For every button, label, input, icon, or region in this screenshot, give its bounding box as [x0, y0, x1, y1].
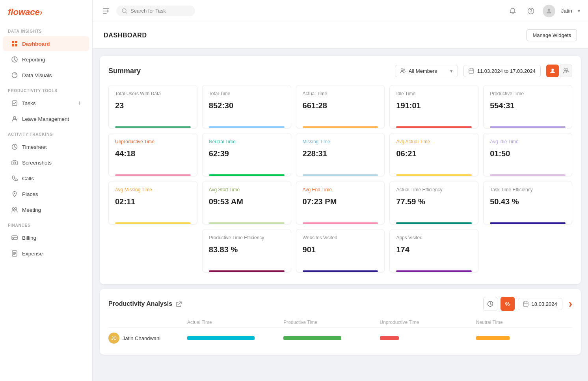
- help-button[interactable]: [525, 5, 537, 17]
- metric-bar: [303, 270, 378, 272]
- user-cell: JC Jatin Chandwani: [108, 333, 187, 344]
- metric-label: Avg Start Time: [209, 187, 285, 192]
- sidebar-collapse-button[interactable]: [100, 6, 112, 17]
- svg-point-25: [564, 69, 566, 71]
- metric-label: Actual Time Efficiency: [396, 187, 472, 192]
- section-label-data-insights: DATA INSIGHTS: [0, 24, 92, 36]
- manage-widgets-button[interactable]: Manage Widgets: [527, 29, 577, 41]
- metric-label: Productive Time: [490, 91, 566, 96]
- metric-value: 44:18: [115, 149, 191, 170]
- pie-chart-icon: [11, 72, 18, 79]
- search-icon: [122, 8, 127, 14]
- metric-task-time-efficiency: Task Time Efficiency 50.43 %: [483, 181, 572, 224]
- metrics-row-4: Productive Time Efficiency 83.83 % Websi…: [108, 229, 572, 272]
- metrics-row-2: Unproductive Time 44:18 Neutral Time 62:…: [108, 133, 572, 176]
- svg-point-11: [14, 193, 15, 194]
- metric-bar: [115, 126, 191, 128]
- members-filter-dropdown[interactable]: All Members ▾: [395, 65, 458, 77]
- svg-rect-3: [15, 44, 17, 46]
- metric-label: Actual Time: [303, 91, 378, 96]
- external-link-icon[interactable]: [176, 301, 182, 307]
- metric-value: 09:53 AM: [209, 197, 285, 218]
- metric-total-users: Total Users With Data 23: [108, 85, 197, 128]
- search-input[interactable]: [130, 8, 186, 14]
- section-label-productivity-tools: PRODUCTIVITY TOOLS: [0, 83, 92, 95]
- metric-bar: [490, 222, 566, 224]
- camera-icon: [11, 159, 18, 166]
- metric-label: Apps Visited: [396, 235, 472, 240]
- calendar-icon: [523, 301, 528, 307]
- single-user-filter-button[interactable]: [546, 65, 559, 77]
- user-avatar: [543, 5, 555, 17]
- col-header-user: [108, 320, 187, 325]
- metric-bar: [396, 222, 472, 224]
- help-icon: [527, 7, 534, 15]
- meeting-icon: [11, 206, 18, 213]
- metric-avg-end-time: Avg End Time 07:23 PM: [296, 181, 385, 224]
- summary-title: Summary: [108, 67, 389, 75]
- bell-icon: [509, 7, 516, 15]
- svg-point-10: [14, 162, 16, 164]
- reporting-icon: [11, 56, 18, 63]
- metric-actual-time: Actual Time 661:28: [296, 85, 385, 128]
- metric-bar: [303, 174, 378, 176]
- productivity-date-filter[interactable]: 18.03.2024: [518, 298, 562, 310]
- metric-value: 07:23 PM: [303, 197, 378, 218]
- metric-bar: [396, 126, 472, 128]
- tasks-add-button[interactable]: +: [78, 100, 81, 107]
- metric-label: Total Users With Data: [115, 91, 191, 96]
- sidebar-item-leave-management[interactable]: Leave Management: [3, 111, 89, 126]
- svg-point-13: [15, 208, 17, 210]
- sidebar-item-calls[interactable]: Calls: [3, 171, 89, 186]
- search-bar[interactable]: [116, 6, 195, 16]
- sidebar-item-tasks[interactable]: Tasks +: [3, 96, 89, 111]
- svg-point-26: [566, 69, 568, 71]
- metric-label: Productive Time Efficiency: [209, 235, 285, 240]
- metric-bar: [303, 222, 378, 224]
- sidebar-item-label: Places: [22, 191, 38, 197]
- metric-label: Avg Actual Time: [396, 139, 472, 144]
- multi-user-filter-button[interactable]: [560, 65, 572, 77]
- metric-label: Avg Idle Time: [490, 139, 566, 144]
- svg-rect-23: [469, 69, 474, 73]
- sidebar-item-timesheet[interactable]: Timesheet: [3, 139, 89, 154]
- metric-bar: [209, 270, 285, 272]
- metric-productive-time: Productive Time 554:31: [483, 85, 572, 128]
- sidebar-item-data-visuals[interactable]: Data Visuals: [3, 68, 89, 83]
- notification-bell-button[interactable]: [506, 5, 519, 17]
- col-header-actual-time: Actual Time: [187, 320, 283, 325]
- time-filter-button[interactable]: [483, 297, 497, 311]
- sidebar-item-meeting[interactable]: Meeting: [3, 202, 89, 217]
- metric-value: 661:28: [303, 101, 378, 122]
- sidebar-item-label: Timesheet: [22, 144, 47, 150]
- metric-bar: [303, 126, 378, 128]
- metric-neutral-time: Neutral Time 62:39: [202, 133, 291, 176]
- sidebar-item-places[interactable]: Places: [3, 187, 89, 202]
- sidebar-item-dashboard[interactable]: Dashboard: [3, 36, 89, 51]
- metric-unproductive-time: Unproductive Time 44:18: [108, 133, 197, 176]
- percentage-filter-button[interactable]: %: [501, 297, 515, 311]
- clock-icon: [11, 143, 18, 150]
- logo: flowace›: [0, 0, 92, 24]
- col-header-unproductive-time: Unproductive Time: [380, 320, 476, 325]
- user-menu-chevron-icon[interactable]: ▾: [578, 8, 580, 14]
- sidebar-item-screenshots[interactable]: Screenshots: [3, 155, 89, 170]
- sidebar-item-billing[interactable]: Billing: [3, 230, 89, 245]
- user-name-label: Jatin: [561, 8, 572, 14]
- metric-bar: [396, 270, 472, 272]
- date-filter[interactable]: 11.03.2024 to 17.03.2024: [463, 65, 541, 77]
- productivity-analysis-card: Productivity Analysis: [100, 289, 581, 355]
- expense-icon: [11, 250, 18, 257]
- billing-icon: [11, 234, 18, 241]
- sidebar-item-reporting[interactable]: Reporting: [3, 52, 89, 67]
- summary-header: Summary All Members ▾: [108, 65, 572, 77]
- phone-icon: [11, 175, 18, 182]
- metric-idle-time: Idle Time 191:01: [389, 85, 478, 128]
- table-row: JC Jatin Chandwani: [108, 329, 572, 347]
- sidebar-item-expense[interactable]: Expense: [3, 246, 89, 261]
- metric-bar: [209, 126, 285, 128]
- metric-bar: [490, 126, 566, 128]
- members-filter-label: All Members: [409, 68, 437, 74]
- svg-rect-14: [12, 236, 17, 240]
- productivity-title: Productivity Analysis: [108, 300, 172, 307]
